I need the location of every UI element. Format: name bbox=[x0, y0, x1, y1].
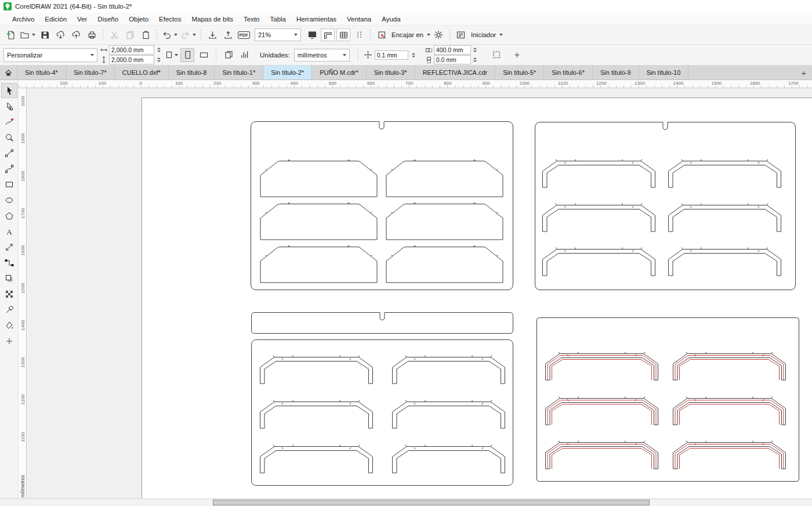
collar-band-shape-red[interactable] bbox=[673, 397, 786, 425]
collar-band-shape-red[interactable] bbox=[673, 441, 786, 469]
menu-edicion[interactable]: Edición bbox=[39, 14, 72, 24]
menu-ventana[interactable]: Ventana bbox=[342, 14, 376, 24]
page-preset-select[interactable]: Personalizar bbox=[3, 48, 97, 62]
pick-tool[interactable] bbox=[2, 84, 17, 97]
menu-archivo[interactable]: Archivo bbox=[7, 14, 39, 24]
livesketch-tool[interactable] bbox=[2, 115, 17, 129]
import-button[interactable] bbox=[205, 27, 220, 42]
menu-ver[interactable]: Ver bbox=[72, 14, 92, 24]
collar-band-shape[interactable] bbox=[260, 356, 373, 384]
duplicate-y-field[interactable]: 0.0 mm bbox=[434, 55, 471, 64]
paste-button[interactable] bbox=[138, 27, 153, 42]
collar-band-shape[interactable] bbox=[260, 400, 373, 429]
new-document-button[interactable] bbox=[3, 27, 18, 42]
cut-button[interactable] bbox=[107, 27, 122, 42]
publish-to-pdf-button[interactable]: PDF bbox=[236, 27, 251, 42]
collar-band-shape-red[interactable] bbox=[546, 441, 658, 469]
collar-band-shape-red[interactable] bbox=[546, 397, 658, 425]
collar-band-shape[interactable] bbox=[393, 356, 505, 384]
page-width-spinner[interactable] bbox=[155, 48, 162, 52]
units-select[interactable]: milímetros bbox=[294, 49, 350, 62]
rectangle-tool[interactable] bbox=[2, 178, 17, 191]
new-document-tab-button[interactable]: + bbox=[796, 66, 812, 79]
units-dropdown-caret[interactable] bbox=[343, 54, 346, 56]
save-button[interactable] bbox=[37, 27, 52, 42]
document-tab-reflectiva-jica-cdr[interactable]: REFLECTIVA JICA.cdr bbox=[415, 66, 496, 79]
undo-button[interactable] bbox=[161, 27, 179, 42]
panel-outline-bottom-left[interactable] bbox=[252, 340, 513, 486]
menu-tabla[interactable]: Tabla bbox=[265, 14, 292, 24]
snap-label[interactable]: Encajar en bbox=[392, 31, 423, 38]
notched-bar-outline[interactable] bbox=[252, 313, 513, 334]
treat-as-filled-button[interactable] bbox=[490, 48, 504, 62]
menu-efectos[interactable]: Efectos bbox=[154, 14, 186, 24]
document-tab-sin-titulo-7[interactable]: Sin título-7* bbox=[66, 66, 115, 79]
portrait-orientation-button[interactable] bbox=[180, 48, 194, 62]
open-button[interactable] bbox=[19, 27, 37, 42]
collar-band-shape[interactable] bbox=[669, 204, 781, 232]
landscape-orientation-button[interactable] bbox=[197, 48, 211, 62]
open-dropdown-caret[interactable] bbox=[32, 34, 35, 36]
show-rulers-toggle[interactable] bbox=[321, 28, 335, 41]
page-size-presets-button[interactable] bbox=[164, 48, 178, 62]
collar-shape[interactable] bbox=[386, 160, 503, 197]
launcher-label[interactable]: Iniciador bbox=[471, 31, 496, 38]
menu-objeto[interactable]: Objeto bbox=[124, 14, 154, 24]
ellipse-tool[interactable] bbox=[2, 193, 17, 207]
document-tab-sin-titulo-2[interactable]: Sin título-2* bbox=[263, 66, 312, 79]
page-width-field[interactable]: 2,000.0 mm bbox=[109, 45, 154, 55]
zoom-level-select[interactable]: 21% bbox=[255, 28, 301, 41]
page-layout-button[interactable] bbox=[238, 48, 252, 62]
collar-shape[interactable] bbox=[386, 203, 503, 240]
add-tools-button[interactable] bbox=[2, 334, 17, 348]
polygon-tool[interactable] bbox=[2, 209, 17, 223]
collar-band-shape[interactable] bbox=[669, 160, 781, 188]
duplicate-y-spinner[interactable] bbox=[472, 57, 478, 62]
page-height-field[interactable]: 2,000.0 mm bbox=[109, 55, 154, 64]
show-guidelines-toggle[interactable] bbox=[351, 27, 367, 42]
document-tab-sin-titulo-6[interactable]: Sin título-6* bbox=[544, 66, 593, 79]
collar-shape[interactable] bbox=[260, 203, 377, 240]
snap-dropdown-caret[interactable] bbox=[427, 34, 430, 36]
collar-band-shape-red[interactable] bbox=[673, 352, 786, 381]
document-tab-sin-titulo-10[interactable]: Sin título-10 bbox=[639, 66, 689, 79]
redo-dropdown-caret[interactable] bbox=[193, 34, 196, 36]
save-to-cloud-button[interactable] bbox=[68, 27, 84, 42]
full-screen-preview-button[interactable] bbox=[304, 27, 320, 42]
drop-shadow-tool[interactable] bbox=[2, 272, 17, 285]
freehand-tool[interactable] bbox=[2, 146, 17, 160]
menu-texto[interactable]: Texto bbox=[238, 14, 265, 24]
zoom-dropdown-caret[interactable] bbox=[294, 34, 298, 36]
horizontal-scrollbar-thumb[interactable] bbox=[213, 500, 650, 505]
document-tab-sin-titulo-1[interactable]: Sin título-1* bbox=[215, 66, 263, 79]
menu-diseno[interactable]: Diseño bbox=[92, 14, 124, 24]
shape-tool[interactable] bbox=[2, 99, 17, 113]
document-tab-sin-titulo-4[interactable]: Sin título-4* bbox=[17, 66, 66, 79]
redo-button[interactable] bbox=[179, 27, 197, 42]
page-height-spinner[interactable] bbox=[155, 57, 162, 62]
dimension-tool[interactable] bbox=[2, 240, 17, 254]
horizontal-scrollbar[interactable] bbox=[0, 498, 812, 506]
document-tab-cuello-dxf[interactable]: CUELLO.dxf* bbox=[115, 66, 169, 79]
document-tab-puno-m-cdr[interactable]: PUÑO M.cdr* bbox=[312, 66, 367, 79]
collar-band-shape[interactable] bbox=[543, 204, 655, 232]
nudge-distance-field[interactable]: 0.1 mm bbox=[375, 50, 408, 60]
show-grid-toggle[interactable] bbox=[336, 28, 350, 41]
launcher-button[interactable] bbox=[454, 27, 469, 42]
zoom-tool[interactable] bbox=[2, 131, 17, 144]
transparency-tool[interactable] bbox=[2, 287, 17, 301]
vertical-ruler[interactable]: milímetros 20001900180017001600150014001… bbox=[19, 88, 27, 498]
collar-shape[interactable] bbox=[386, 245, 503, 283]
panel-outline-top-right[interactable] bbox=[535, 122, 796, 290]
collar-band-shape[interactable] bbox=[669, 248, 781, 276]
document-tab-sin-titulo-8[interactable]: Sin título-8 bbox=[169, 66, 215, 79]
all-pages-button[interactable] bbox=[222, 48, 235, 62]
nudge-spinner[interactable] bbox=[411, 53, 417, 57]
collar-shape[interactable] bbox=[260, 160, 377, 197]
document-tab-sin-titulo-5[interactable]: Sin título-5* bbox=[495, 66, 544, 79]
drawing-objects[interactable] bbox=[27, 88, 812, 498]
panel-outline-top-left[interactable] bbox=[251, 122, 513, 290]
print-button[interactable] bbox=[84, 27, 99, 42]
open-from-cloud-button[interactable] bbox=[53, 27, 68, 42]
bezier-tool[interactable] bbox=[2, 162, 17, 176]
